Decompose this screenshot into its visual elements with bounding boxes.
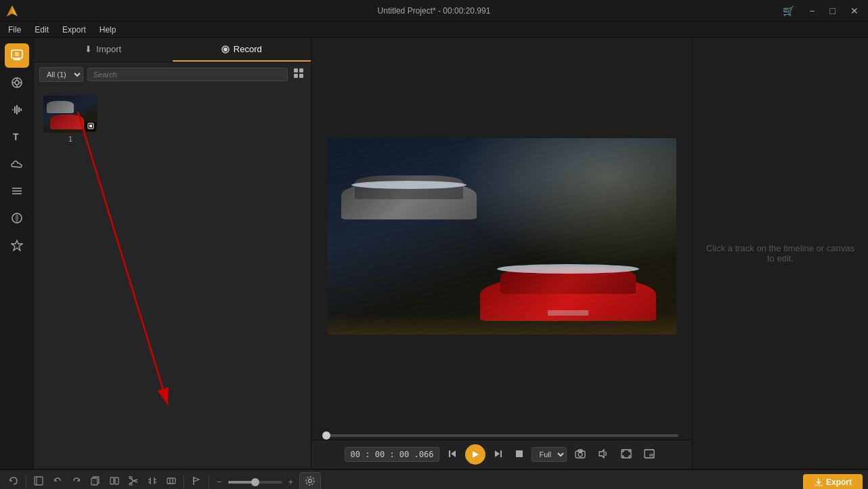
media-content: 1 (34, 86, 311, 469)
svg-marker-1 (7, 5, 12, 16)
tl-flag-button[interactable] (188, 474, 204, 489)
svg-point-63 (309, 480, 312, 483)
sidebar-icon-favorites[interactable] (5, 233, 29, 257)
trim-icon (167, 476, 176, 486)
svg-point-23 (223, 47, 227, 51)
menu-file[interactable]: File (3, 24, 26, 36)
next-frame-icon (494, 449, 503, 459)
fullscreen-button[interactable] (617, 447, 636, 463)
list-item[interactable]: 1 (43, 95, 97, 143)
import-icon: ⬇ (85, 44, 92, 54)
maximize-button[interactable]: □ (826, 4, 840, 18)
sidebar-icon-audio[interactable] (5, 98, 29, 122)
car-scene (328, 138, 676, 335)
export-button[interactable]: Export (803, 474, 863, 490)
volume-button[interactable] (594, 447, 613, 463)
sidebar-icon-cloud[interactable] (5, 152, 29, 176)
title-bar-right: 🛒 − □ ✕ (779, 4, 863, 18)
fullscreen-icon (621, 449, 632, 459)
preview-panel: 00 : 00 : 00 .066 (311, 38, 692, 469)
quality-select[interactable]: Full 1/2 1/4 (531, 447, 567, 462)
media-thumbnail (43, 95, 97, 133)
cut-icon (34, 476, 43, 486)
tl-split-button[interactable] (144, 474, 160, 489)
properties-hint: Click a track on the timeline or canvas … (706, 243, 854, 263)
toolbar-separator-2 (183, 475, 184, 489)
svg-rect-3 (14, 59, 20, 60)
menu-help[interactable]: Help (94, 24, 122, 36)
export-label: Export (826, 477, 852, 487)
media-item-label: 1 (43, 135, 97, 143)
preview-canvas[interactable] (311, 38, 692, 434)
split-icon (148, 476, 157, 486)
media-tabs: ⬇ Import Record (34, 38, 311, 62)
media-filter-select[interactable]: All (1) Video Audio Image (39, 67, 83, 82)
settings-icon (305, 476, 315, 486)
pip-icon (644, 449, 655, 459)
svg-rect-24 (294, 68, 298, 72)
tab-record[interactable]: Record (173, 38, 311, 62)
preview-progress (311, 434, 692, 437)
svg-rect-35 (516, 450, 523, 457)
pip-button[interactable] (640, 447, 659, 463)
sidebar-icon-media[interactable] (5, 43, 29, 68)
menu-edit[interactable]: Edit (29, 24, 54, 36)
svg-rect-4 (15, 52, 19, 56)
export-icon (814, 477, 823, 487)
zoom-track[interactable] (228, 481, 282, 484)
menu-export[interactable]: Export (57, 24, 91, 36)
screenshot-button[interactable] (571, 447, 590, 463)
svg-rect-27 (299, 74, 303, 78)
video-preview (328, 138, 676, 335)
tl-mirror-button[interactable] (106, 474, 123, 489)
svg-rect-47 (110, 477, 114, 484)
svg-rect-65 (815, 484, 823, 486)
svg-rect-34 (500, 450, 502, 457)
main-layout: T (0, 38, 868, 469)
tab-import[interactable]: ⬇ Import (34, 38, 173, 62)
sidebar-icon-transitions[interactable] (5, 179, 29, 203)
close-button[interactable]: ✕ (846, 4, 863, 18)
progress-bar[interactable] (325, 434, 678, 437)
svg-rect-31 (449, 450, 450, 457)
tl-cut-button[interactable] (30, 474, 47, 489)
tl-rotate-right-button[interactable] (68, 474, 85, 489)
sidebar-icon-effects[interactable] (5, 70, 29, 95)
media-search-input[interactable] (87, 68, 288, 81)
sidebar-icon-text[interactable]: T (5, 125, 29, 149)
grid-icon (293, 68, 304, 79)
tab-import-label: Import (96, 44, 121, 54)
svg-rect-42 (649, 454, 653, 456)
record-dot-icon (221, 45, 230, 54)
tl-copy-button[interactable] (87, 474, 104, 489)
tl-scissors-button[interactable] (125, 474, 142, 489)
preview-controls: 00 : 00 : 00 .066 (311, 440, 692, 469)
stop-button[interactable] (511, 447, 527, 462)
timeline-area: − + Export + (0, 469, 868, 489)
grid-view-button[interactable] (292, 66, 305, 82)
rotate-right-icon (72, 476, 81, 486)
play-button[interactable] (465, 444, 485, 465)
sidebar-icon-color[interactable] (5, 206, 29, 230)
prev-frame-button[interactable] (443, 447, 461, 463)
tab-record-label: Record (234, 44, 262, 54)
minimize-button[interactable]: − (805, 4, 819, 18)
menu-bar: File Edit Export Help (0, 22, 868, 38)
svg-marker-30 (451, 450, 456, 457)
media-badge (85, 122, 96, 131)
svg-marker-21 (12, 240, 22, 251)
tl-rotate-left-button[interactable] (49, 474, 66, 489)
zoom-plus-button[interactable]: + (285, 475, 297, 489)
svg-rect-26 (294, 74, 298, 78)
properties-panel: Click a track on the timeline or canvas … (692, 38, 868, 469)
zoom-handle[interactable] (251, 478, 259, 486)
tl-trim-button[interactable] (163, 474, 179, 489)
progress-handle[interactable] (322, 431, 330, 440)
cart-button[interactable]: 🛒 (779, 4, 798, 18)
timeline-settings-button[interactable] (299, 472, 321, 489)
svg-rect-58 (167, 478, 175, 484)
svg-marker-39 (599, 450, 604, 458)
undo-button[interactable] (5, 474, 22, 489)
zoom-minus-button[interactable]: − (213, 475, 225, 489)
next-frame-button[interactable] (490, 447, 507, 463)
